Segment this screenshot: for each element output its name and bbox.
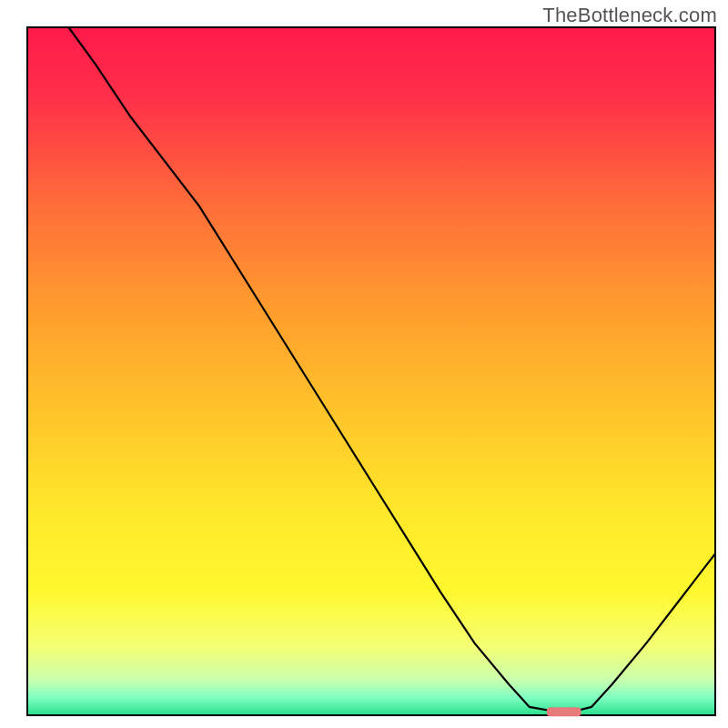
- bottleneck-chart: [0, 0, 728, 728]
- chart-container: TheBottleneck.com: [0, 0, 728, 728]
- plot-background: [27, 27, 715, 715]
- optimal-region-marker: [547, 707, 581, 716]
- watermark-text: TheBottleneck.com: [542, 4, 717, 27]
